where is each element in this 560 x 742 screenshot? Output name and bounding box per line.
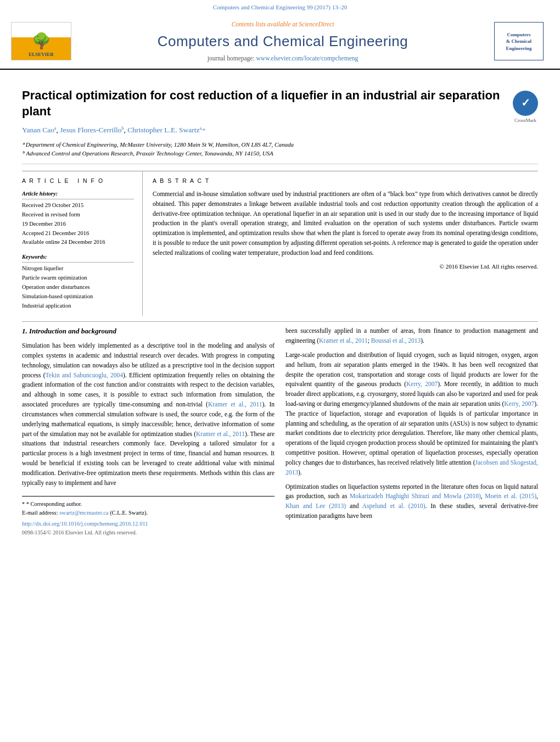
article-info-label: A R T I C L E I N F O — [22, 177, 134, 185]
affiliation-a: ᵃ Department of Chemical Engineering, Mc… — [22, 140, 502, 149]
crossmark-label: CrossMark — [513, 117, 538, 124]
journal-logo: Computers & Chemical Engineering — [494, 22, 544, 60]
article-info-abstract: A R T I C L E I N F O Article history: R… — [22, 171, 538, 316]
elsevier-logo: 🌳 ELSEVIER — [11, 22, 71, 60]
authors: Yanan Caoa, Jesus Flores-Cerrillob, Chri… — [22, 125, 502, 136]
elsevier-label: ELSEVIER — [29, 51, 54, 58]
body-section: 1. Introduction and background Simulatio… — [22, 321, 538, 536]
keywords-title: Keywords: — [22, 253, 134, 263]
ref-mokar[interactable]: Mokarizadeh Haghighi Shirazi and Mowla (… — [350, 493, 481, 499]
article-info-col: A R T I C L E I N F O Article history: R… — [22, 171, 143, 316]
tree-icon: 🌳 — [32, 34, 51, 49]
body-col-right: been successfully applied in a number of… — [285, 326, 538, 536]
footnote-area: * * Corresponding author. E-mail address… — [22, 496, 275, 536]
ref-kramer1[interactable]: Kramer et al., 2011 — [208, 401, 262, 408]
logo-line2: & Chemical — [506, 38, 531, 45]
ref-kramer2[interactable]: Kramer et al., 2011 — [196, 431, 245, 437]
keyword-2: Particle swarm optimization — [22, 274, 134, 283]
copyright: © 2016 Elsevier Ltd. All rights reserved… — [153, 263, 538, 271]
journal-logo-area: Computers & Chemical Engineering — [489, 22, 544, 60]
elsevier-tree-icon: 🌳 — [12, 31, 71, 52]
top-bar: Computers and Chemical Engineering 99 (2… — [0, 0, 560, 14]
ref-khan[interactable]: Khan and Lee (2013) — [285, 503, 346, 509]
email-label: E-mail address: — [22, 510, 59, 516]
article-title-section: Practical optimization for cost reductio… — [22, 80, 538, 164]
title-row: Practical optimization for cost reductio… — [22, 88, 538, 158]
issn-line: 0098-1354/© 2016 Elsevier Ltd. All right… — [22, 528, 275, 537]
keyword-3: Operation under disturbances — [22, 283, 134, 292]
author-cao[interactable]: Yanan Caoa — [22, 126, 57, 134]
body-col-left: 1. Introduction and background Simulatio… — [22, 326, 275, 536]
section1-heading: 1. Introduction and background — [22, 326, 275, 337]
content-area: Practical optimization for cost reductio… — [0, 70, 560, 537]
ref-moein[interactable]: Moein et al. (2015) — [485, 493, 536, 499]
title-block: Practical optimization for cost reductio… — [22, 88, 513, 158]
journal-homepage: journal homepage: www.elsevier.com/locat… — [77, 54, 489, 63]
ref-kramer3[interactable]: Kramer et al., 2011 — [319, 337, 368, 344]
journal-title-area: Contents lists available at ScienceDirec… — [77, 20, 489, 63]
homepage-url[interactable]: www.elsevier.com/locate/compchemeng — [256, 55, 359, 62]
doi-line: http://dx.doi.org/10.1016/j.compchemeng.… — [22, 520, 275, 528]
body-col2-para2: Large-scale production and distribution … — [285, 350, 538, 478]
affiliations: ᵃ Department of Chemical Engineering, Mc… — [22, 140, 502, 158]
sciencedirect-name[interactable]: ScienceDirect — [299, 21, 334, 27]
keyword-1: Nitrogen liquefier — [22, 264, 134, 274]
body-col2-para1: been successfully applied in a number of… — [285, 326, 538, 346]
ref-kerry1[interactable]: Kerry, 2007 — [406, 381, 438, 387]
elsevier-logo-area: 🌳 ELSEVIER — [11, 22, 77, 60]
available-date: Available online 24 December 2016 — [22, 238, 134, 247]
email-link[interactable]: swartz@mcmaster.ca — [59, 510, 108, 516]
article-history-block: Article history: Received 29 October 201… — [22, 189, 134, 247]
abstract-text: Commercial and in-house simulation softw… — [153, 189, 538, 258]
crossmark-area: ✓ CrossMark — [513, 88, 538, 124]
ref-jacobsen[interactable]: Jacobsen and Skogestad, 2013 — [285, 459, 538, 476]
ref-boussai[interactable]: Boussaï et al., 2013 — [371, 337, 421, 344]
journal-title: Computers and Chemical Engineering — [77, 31, 489, 52]
body-col1-para1: Simulation has been widely implemented a… — [22, 341, 275, 488]
ref-kerry2[interactable]: Kerry, 2007 — [504, 400, 534, 407]
ref-tekin[interactable]: Tekin and Sabuncuoglu, 2004 — [46, 372, 123, 378]
affiliation-b: ᵇ Advanced Control and Operations Resear… — [22, 149, 502, 158]
received-revised-date: 19 December 2016 — [22, 220, 134, 229]
received-revised-label: Received in revised form — [22, 210, 134, 220]
abstract-label: A B S T R A C T — [153, 177, 538, 185]
footnote-star: * * Corresponding author. — [22, 500, 275, 509]
doi-link[interactable]: http://dx.doi.org/10.1016/j.compchemeng.… — [22, 521, 148, 527]
keyword-4: Simulation-based optimization — [22, 292, 134, 302]
abstract-col: A B S T R A C T Commercial and in-house … — [143, 171, 538, 316]
keywords-block: Keywords: Nitrogen liquefier Particle sw… — [22, 253, 134, 310]
article-title: Practical optimization for cost reductio… — [22, 88, 502, 119]
and-word: and — [350, 503, 359, 509]
email-suffix: (C.L.E. Swartz). — [109, 510, 148, 516]
logo-line1: Computers — [506, 31, 531, 38]
keyword-5: Industrial application — [22, 302, 134, 311]
received-date: Received 29 October 2015 — [22, 201, 134, 210]
accepted-date: Accepted 21 December 2016 — [22, 229, 134, 238]
author-flores[interactable]: Jesus Flores-Cerrillob — [60, 126, 124, 134]
author-swartz[interactable]: Christopher L.E. Swartza,* — [127, 126, 205, 134]
sciencedirect-line: Contents lists available at ScienceDirec… — [77, 20, 489, 29]
footnote-corresponding: * Corresponding author. — [26, 501, 82, 507]
footnote-email: E-mail address: swartz@mcmaster.ca (C.L.… — [22, 509, 275, 517]
journal-header: 🌳 ELSEVIER Contents lists available at S… — [0, 14, 560, 70]
journal-citation: Computers and Chemical Engineering 99 (2… — [213, 4, 347, 10]
body-col2-para3: Optimization studies on liquefaction sys… — [285, 482, 538, 521]
homepage-prefix: journal homepage: — [208, 55, 256, 62]
sciencedirect-prefix: Contents lists available at — [232, 21, 299, 27]
logo-line3: Engineering — [506, 45, 531, 52]
article-history-title: Article history: — [22, 189, 134, 199]
ref-aspelund[interactable]: Aspelund et al. (2010) — [362, 503, 425, 509]
page-wrapper: Computers and Chemical Engineering 99 (2… — [0, 0, 560, 742]
crossmark-icon[interactable]: ✓ — [513, 91, 538, 116]
